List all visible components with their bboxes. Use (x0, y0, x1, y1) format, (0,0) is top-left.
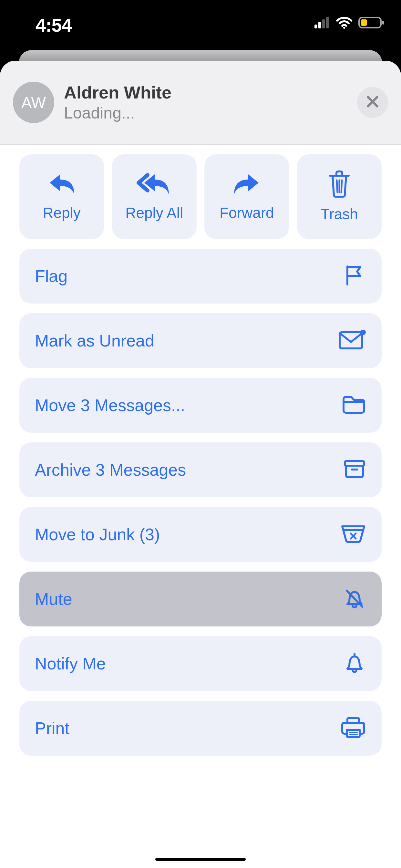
flag-button[interactable]: Flag (19, 249, 382, 304)
battery-icon (359, 16, 385, 30)
archive-button[interactable]: Archive 3 Messages (19, 442, 382, 497)
status-icons (314, 16, 385, 30)
reply-icon (47, 172, 76, 197)
reply-label: Reply (42, 204, 81, 221)
print-button[interactable]: Print (19, 701, 382, 755)
move-messages-label: Move 3 Messages... (35, 396, 185, 415)
bell-slash-icon (343, 587, 366, 611)
svg-point-4 (343, 27, 345, 29)
mark-unread-label: Mark as Unread (35, 331, 154, 350)
reply-all-icon (136, 172, 172, 197)
cellular-icon (314, 17, 330, 30)
action-sheet: AW Aldren White Loading... Reply (0, 61, 401, 868)
mute-label: Mute (35, 589, 72, 609)
svg-rect-0 (314, 25, 317, 28)
print-label: Print (35, 718, 69, 738)
flag-label: Flag (35, 267, 67, 286)
svg-rect-24 (347, 730, 360, 737)
header-text: Aldren White Loading... (64, 82, 172, 122)
close-icon (366, 95, 380, 110)
status-time: 4:54 (35, 14, 72, 36)
mark-unread-button[interactable]: Mark as Unread (19, 313, 382, 368)
close-button[interactable] (357, 87, 388, 118)
svg-rect-7 (382, 21, 384, 25)
top-action-row: Reply Reply All Forward (19, 154, 382, 239)
trash-icon (328, 170, 351, 199)
avatar: AW (13, 82, 54, 123)
forward-button[interactable]: Forward (204, 154, 289, 239)
archive-label: Archive 3 Messages (35, 460, 186, 479)
reply-all-label: Reply All (125, 204, 183, 221)
archive-icon (343, 459, 366, 480)
svg-line-12 (341, 180, 342, 192)
svg-rect-3 (326, 17, 329, 28)
mute-button[interactable]: Mute (19, 571, 382, 626)
status-bar: 4:54 (0, 0, 401, 50)
move-to-junk-button[interactable]: Move to Junk (3) (19, 507, 382, 562)
loading-status: Loading... (64, 104, 172, 122)
forward-icon (232, 172, 261, 197)
notify-me-label: Notify Me (35, 654, 106, 673)
flag-icon (343, 264, 366, 288)
svg-rect-6 (361, 20, 367, 26)
svg-rect-2 (322, 20, 325, 28)
move-messages-button[interactable]: Move 3 Messages... (19, 378, 382, 433)
svg-line-10 (337, 180, 337, 192)
folder-icon (342, 395, 366, 416)
sheet-content: Reply Reply All Forward (0, 145, 401, 755)
bell-icon (343, 651, 366, 676)
home-indicator (155, 858, 246, 861)
printer-icon (340, 716, 366, 740)
svg-rect-1 (318, 22, 321, 28)
contact-name: Aldren White (64, 82, 172, 102)
trash-button[interactable]: Trash (297, 154, 382, 239)
sheet-header: AW Aldren White Loading... (0, 61, 401, 145)
move-to-junk-label: Move to Junk (3) (35, 525, 160, 544)
reply-button[interactable]: Reply (19, 154, 104, 239)
notify-me-button[interactable]: Notify Me (19, 636, 382, 691)
forward-label: Forward (220, 204, 274, 221)
reply-all-button[interactable]: Reply All (112, 154, 197, 239)
junk-icon (340, 524, 366, 545)
wifi-icon (336, 16, 352, 30)
trash-label: Trash (320, 206, 358, 223)
svg-rect-16 (345, 461, 364, 466)
envelope-dot-icon (338, 330, 366, 352)
